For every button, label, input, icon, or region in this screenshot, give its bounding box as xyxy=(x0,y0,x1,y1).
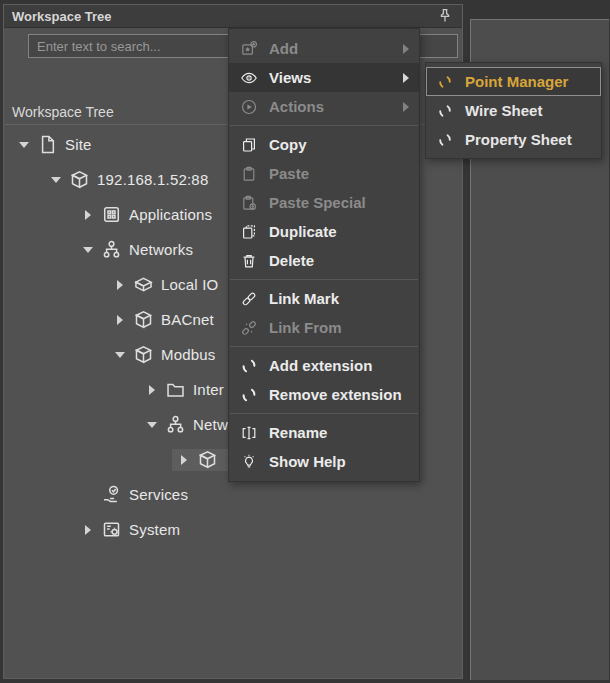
extension-icon xyxy=(239,385,258,404)
menu-item-link-from: Link From xyxy=(229,313,419,342)
expander-icon[interactable] xyxy=(44,177,68,183)
menu-item-add-extension[interactable]: Add extension xyxy=(229,351,419,380)
expander-icon[interactable] xyxy=(76,525,100,535)
menu-item-copy[interactable]: Copy xyxy=(229,130,419,159)
trash-icon xyxy=(239,251,258,270)
menu-item-paste-special: Paste Special xyxy=(229,188,419,217)
tree-section-label: Workspace Tree xyxy=(12,104,114,120)
eye-icon xyxy=(239,68,258,87)
paste-special-icon xyxy=(239,193,258,212)
submenu-item-property-sheet[interactable]: Property Sheet xyxy=(426,125,601,154)
link-broken-icon xyxy=(239,318,258,337)
menu-item-duplicate[interactable]: Duplicate xyxy=(229,217,419,246)
menu-item-show-help[interactable]: Show Help xyxy=(229,447,419,476)
expander-icon[interactable] xyxy=(108,280,132,290)
io-box-icon xyxy=(132,274,154,296)
menu-item-views[interactable]: Views xyxy=(229,63,419,92)
submenu-arrow-icon xyxy=(403,102,409,112)
expander-icon[interactable] xyxy=(172,455,196,465)
menu-item-link-mark[interactable]: Link Mark xyxy=(229,284,419,313)
panel-title: Workspace Tree xyxy=(12,9,436,24)
menu-item-delete[interactable]: Delete xyxy=(229,246,419,275)
apps-icon xyxy=(100,204,122,226)
play-circle-icon xyxy=(239,97,258,116)
views-submenu: Point Manager Wire Sheet Property Sheet xyxy=(425,62,602,159)
menu-separator xyxy=(230,125,418,126)
add-icon xyxy=(239,39,258,58)
device-box-icon xyxy=(196,449,218,471)
expander-icon[interactable] xyxy=(108,315,132,325)
menu-separator xyxy=(230,346,418,347)
tree-item-services[interactable]: Services xyxy=(4,477,460,512)
panel-titlebar: Workspace Tree xyxy=(4,5,462,28)
expander-icon[interactable] xyxy=(76,247,100,253)
menu-item-rename[interactable]: Rename xyxy=(229,418,419,447)
rename-icon xyxy=(239,423,258,442)
folder-icon xyxy=(164,379,186,401)
submenu-arrow-icon xyxy=(403,44,409,54)
menu-item-actions: Actions xyxy=(229,92,419,121)
menu-item-add: Add xyxy=(229,34,419,63)
pin-icon[interactable] xyxy=(436,7,454,25)
extension-icon xyxy=(239,356,258,375)
menu-item-remove-extension[interactable]: Remove extension xyxy=(229,380,419,409)
context-menu: Add Views Actions Copy xyxy=(228,28,420,482)
expander-icon[interactable] xyxy=(76,210,100,220)
view-spinner-icon xyxy=(436,102,453,119)
menu-separator xyxy=(230,413,418,414)
submenu-arrow-icon xyxy=(403,73,409,83)
file-icon xyxy=(36,134,58,156)
network-icon xyxy=(100,239,122,261)
link-icon xyxy=(239,289,258,308)
expander-icon[interactable] xyxy=(12,142,36,148)
copy-icon xyxy=(239,135,258,154)
paste-icon xyxy=(239,164,258,183)
menu-separator xyxy=(230,279,418,280)
system-icon xyxy=(100,519,122,541)
expander-icon[interactable] xyxy=(108,352,132,358)
submenu-item-wire-sheet[interactable]: Wire Sheet xyxy=(426,96,601,125)
services-icon xyxy=(100,484,122,506)
expander-icon[interactable] xyxy=(140,422,164,428)
menu-item-paste: Paste xyxy=(229,159,419,188)
duplicate-icon xyxy=(239,222,258,241)
submenu-item-point-manager[interactable]: Point Manager xyxy=(426,67,601,96)
network-icon xyxy=(164,414,186,436)
station-icon xyxy=(68,169,90,191)
expander-icon[interactable] xyxy=(140,385,164,395)
device-box-icon xyxy=(132,344,154,366)
view-spinner-icon xyxy=(436,131,453,148)
device-box-icon xyxy=(132,309,154,331)
view-spinner-icon xyxy=(436,73,453,90)
tree-item-system[interactable]: System xyxy=(4,512,460,547)
lightbulb-icon xyxy=(239,452,258,471)
